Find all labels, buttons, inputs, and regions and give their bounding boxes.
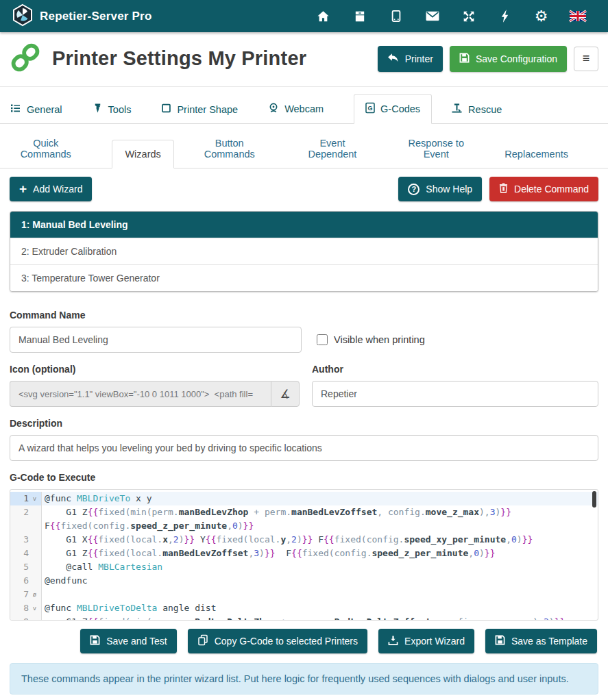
square-outline-icon bbox=[161, 103, 171, 116]
settings-gear-icon[interactable]: ⚙ bbox=[523, 0, 559, 32]
code-line-9[interactable]: 9 G1 Z{{fixed(min(perm.manBedLevDeltaZho… bbox=[10, 615, 598, 621]
gcode-editor[interactable]: 1v@func MBLDriveTo x y2 G1 Z{{fixed(min(… bbox=[10, 489, 598, 621]
show-help-button[interactable]: ? Show Help bbox=[398, 177, 482, 201]
angle-icon: ∡ bbox=[280, 387, 290, 401]
messages-icon[interactable] bbox=[414, 0, 450, 32]
brand[interactable]: Repetier-Server Pro bbox=[12, 4, 151, 28]
brand-name: Repetier-Server Pro bbox=[40, 10, 151, 23]
app-logo-icon bbox=[12, 4, 33, 28]
list-icon bbox=[10, 103, 21, 116]
tool-pin-icon bbox=[93, 103, 103, 116]
hamburger-menu-button[interactable]: ≡ bbox=[574, 47, 598, 71]
printer-back-button[interactable]: Printer bbox=[378, 46, 443, 72]
tablet-icon[interactable] bbox=[378, 0, 414, 32]
tab-tools[interactable]: Tools bbox=[93, 95, 132, 123]
add-wizard-button[interactable]: + Add Wizard bbox=[10, 177, 92, 201]
gcode-label: G-Code to Execute bbox=[10, 472, 598, 483]
save-as-template-button[interactable]: Save as Template bbox=[485, 629, 597, 653]
icon-label: Icon (optional) bbox=[10, 364, 300, 375]
copy-gcode-button[interactable]: Copy G-Code to selected Printers bbox=[188, 629, 367, 653]
code-content: @func MBLDriveTo x y bbox=[42, 492, 598, 505]
wizard-item-temperature-tower[interactable]: 3: Temperature Tower Generator bbox=[10, 264, 598, 291]
code-line-2[interactable]: 2 G1 Z{{fixed(min(perm.manBedLevZhop + p… bbox=[10, 505, 598, 533]
line-gutter: 3 bbox=[10, 533, 42, 547]
icon-svg-input bbox=[10, 381, 271, 407]
footer: Save Configuration bbox=[0, 695, 608, 700]
save-icon bbox=[90, 635, 100, 647]
download-icon bbox=[388, 635, 398, 648]
code-line-3[interactable]: 3 G1 X{{fixed(local.x,2)}} Y{{fixed(loca… bbox=[10, 533, 598, 547]
subtab-button-commands[interactable]: Button Commands bbox=[192, 129, 267, 168]
description-label: Description bbox=[10, 418, 598, 429]
page-header: Printer Settings My Printer Printer Save… bbox=[0, 32, 608, 87]
line-gutter: 2 bbox=[10, 505, 42, 533]
line-gutter: 7ø bbox=[10, 588, 42, 601]
icon-preview-button[interactable]: ∡ bbox=[271, 381, 300, 407]
tab-g-codes[interactable]: G G-Codes bbox=[354, 94, 432, 124]
code-line-8[interactable]: 8v@func MBLDriveToDelta angle dist bbox=[10, 601, 598, 615]
delete-command-button[interactable]: Delete Command bbox=[489, 177, 598, 201]
code-content: G1 X{{fixed(local.x,2)}} Y{{fixed(local.… bbox=[42, 533, 598, 547]
save-configuration-button-top[interactable]: Save Configuration bbox=[450, 46, 567, 72]
copy-icon bbox=[197, 634, 208, 648]
wizard-list: 1: Manual Bed Leveling 2: Extruder Calib… bbox=[10, 211, 598, 292]
info-box: These commands appear in the printer wiz… bbox=[10, 663, 598, 695]
code-content: @call MBLCartesian bbox=[42, 560, 598, 574]
expand-icon[interactable] bbox=[450, 0, 487, 32]
code-line-5[interactable]: 5 @call MBLCartesian bbox=[10, 560, 598, 574]
line-gutter: 9 bbox=[10, 615, 42, 621]
wizard-form: Command Name Visible when printing Icon … bbox=[0, 299, 608, 483]
code-content bbox=[42, 588, 598, 601]
tab-webcam[interactable]: Webcam bbox=[268, 95, 324, 123]
rescue-icon bbox=[451, 103, 463, 116]
tab-rescue[interactable]: Rescue bbox=[451, 95, 502, 123]
top-navbar: Repetier-Server Pro bbox=[0, 0, 608, 32]
tab-general[interactable]: General bbox=[10, 95, 62, 123]
command-name-input[interactable] bbox=[10, 327, 302, 353]
description-input[interactable] bbox=[10, 435, 598, 461]
main-tabs: General Tools Printer Shape Webcam G G-C… bbox=[0, 87, 608, 124]
tab-printer-shape[interactable]: Printer Shape bbox=[161, 95, 238, 123]
fold-arrow-icon: v bbox=[31, 601, 38, 615]
visible-when-printing-checkbox[interactable] bbox=[317, 334, 328, 345]
command-name-label: Command Name bbox=[10, 310, 302, 321]
navbar-menu: ⚙ bbox=[305, 0, 596, 32]
subtab-replacements[interactable]: Replacements bbox=[504, 140, 568, 168]
author-label: Author bbox=[312, 364, 598, 375]
visible-when-printing-label: Visible when printing bbox=[334, 334, 425, 345]
save-and-test-button[interactable]: Save and Test bbox=[80, 629, 176, 653]
printer-icon[interactable] bbox=[341, 0, 378, 32]
code-content: @func MBLDriveToDelta angle dist bbox=[42, 601, 598, 615]
subtab-response-to-event[interactable]: Response to Event bbox=[398, 129, 474, 168]
printer-link-icon bbox=[10, 42, 41, 75]
power-icon[interactable] bbox=[487, 0, 523, 32]
code-line-6[interactable]: 6@endfunc bbox=[10, 574, 598, 588]
editor-scrollbar[interactable] bbox=[592, 491, 596, 508]
wizard-toolbar: + Add Wizard ? Show Help Delete Command bbox=[0, 168, 608, 208]
subtab-event-dependent[interactable]: Event Dependent bbox=[297, 129, 368, 168]
line-gutter: 8v bbox=[10, 601, 42, 615]
save-icon bbox=[495, 635, 505, 647]
author-input[interactable] bbox=[312, 381, 598, 407]
wizard-item-manual-bed-leveling[interactable]: 1: Manual Bed Leveling bbox=[10, 212, 598, 238]
trash-icon bbox=[499, 183, 508, 195]
line-gutter: 1v bbox=[10, 492, 42, 505]
code-line-1[interactable]: 1v@func MBLDriveTo x y bbox=[10, 492, 598, 505]
page-title: Printer Settings My Printer bbox=[52, 47, 306, 70]
language-flag-icon[interactable] bbox=[559, 0, 596, 32]
home-icon[interactable] bbox=[305, 0, 341, 32]
line-gutter: 6 bbox=[10, 574, 42, 588]
subtab-quick-commands[interactable]: Quick Commands bbox=[10, 129, 82, 168]
save-icon bbox=[459, 53, 470, 65]
gcode-editor-lines: 1v@func MBLDriveTo x y2 G1 Z{{fixed(min(… bbox=[10, 490, 598, 621]
gcode-file-icon: G bbox=[365, 102, 375, 116]
code-line-7[interactable]: 7ø bbox=[10, 588, 598, 601]
bottom-actions: Save and Test Copy G-Code to selected Pr… bbox=[0, 621, 608, 656]
wizard-item-extruder-calibration[interactable]: 2: Extruder Calibration bbox=[10, 238, 598, 264]
code-line-4[interactable]: 4 G1 Z{{fixed(local.manBedLevZoffset,3)}… bbox=[10, 547, 598, 560]
export-wizard-button[interactable]: Export Wizard bbox=[378, 629, 474, 653]
subtab-wizards[interactable]: Wizards bbox=[112, 140, 173, 168]
plus-icon: + bbox=[19, 182, 27, 195]
gcode-subtabs: Quick Commands Wizards Button Commands E… bbox=[0, 124, 608, 168]
webcam-icon bbox=[268, 102, 279, 116]
